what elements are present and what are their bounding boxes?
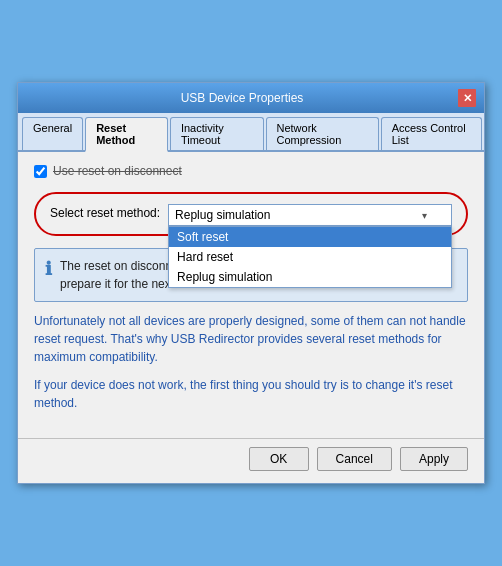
tab-reset-method[interactable]: Reset Method: [85, 117, 168, 152]
select-method-group: Select reset method: Replug simulation ▾…: [34, 192, 468, 236]
warning-text: Unfortunately not all devices are proper…: [34, 312, 468, 366]
tab-general[interactable]: General: [22, 117, 83, 150]
tab-network-compression[interactable]: Network Compression: [266, 117, 379, 150]
dropdown-item-soft-reset[interactable]: Soft reset: [169, 227, 451, 247]
usb-device-properties-dialog: USB Device Properties ✕ General Reset Me…: [17, 82, 485, 484]
tab-bar: General Reset Method Inactivity Timeout …: [18, 113, 484, 152]
selected-value: Replug simulation: [175, 208, 270, 222]
tab-access-control-list[interactable]: Access Control List: [381, 117, 482, 150]
tab-inactivity-timeout[interactable]: Inactivity Timeout: [170, 117, 264, 150]
close-button[interactable]: ✕: [458, 89, 476, 107]
button-row: OK Cancel Apply: [18, 438, 484, 483]
info-icon: ℹ: [45, 258, 52, 280]
dropdown-item-hard-reset[interactable]: Hard reset: [169, 247, 451, 267]
select-method-label: Select reset method:: [50, 204, 160, 220]
select-display[interactable]: Replug simulation ▾: [168, 204, 452, 226]
dropdown-list: Soft reset Hard reset Replug simulation: [168, 226, 452, 288]
use-reset-checkbox[interactable]: [34, 165, 47, 178]
cancel-button[interactable]: Cancel: [317, 447, 392, 471]
dropdown-item-replug-simulation[interactable]: Replug simulation: [169, 267, 451, 287]
select-container: Replug simulation ▾ Soft reset Hard rese…: [168, 204, 452, 226]
use-reset-label: Use reset on disconnect: [53, 164, 182, 178]
use-reset-row: Use reset on disconnect: [34, 164, 468, 178]
ok-button[interactable]: OK: [249, 447, 309, 471]
apply-button[interactable]: Apply: [400, 447, 468, 471]
tab-content: Use reset on disconnect Select reset met…: [18, 152, 484, 438]
dialog-title: USB Device Properties: [26, 91, 458, 105]
select-method-row: Select reset method: Replug simulation ▾…: [50, 204, 452, 226]
dropdown-arrow-icon: ▾: [422, 210, 427, 221]
footer-text: If your device does not work, the first …: [34, 376, 468, 412]
title-bar: USB Device Properties ✕: [18, 83, 484, 113]
